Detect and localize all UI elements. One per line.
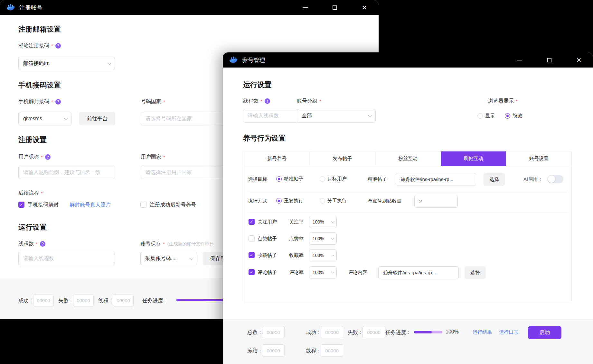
favorite-post-checkbox[interactable]: ✓ [249, 252, 255, 258]
tab-new-account[interactable]: 新号养号 [244, 151, 310, 166]
exec-split-radio[interactable]: 分工执行 [320, 198, 347, 204]
nickname-input[interactable]: 请输入昵称前缀，建议与国名一致 [18, 166, 115, 179]
behavior-settings-heading: 养号行为设置 [243, 133, 286, 143]
thread-count[interactable]: 00000 [113, 294, 134, 306]
threads-label: 线程数* ! [243, 98, 270, 105]
chevron-down-icon [368, 113, 372, 117]
app-logo-icon [6, 3, 15, 12]
phone-unlock-label: 手机解封接码* ? [18, 98, 61, 105]
per-account-count-input[interactable]: 2 [414, 195, 458, 208]
comment-content-input[interactable]: 鲸舟软件/ins-rpa/ins-rp... [378, 266, 459, 279]
register-settings-heading: 注册设置 [18, 135, 47, 145]
close-button[interactable]: ✕ [360, 3, 369, 12]
target-user-radio[interactable]: 目标用户 [320, 176, 347, 182]
precise-post-label: 精准帖子 [368, 176, 387, 182]
follow-user-label: 关注用户 [258, 219, 277, 225]
precise-post-input[interactable]: 鲸舟软件/ins-rpa/ins-rp... [396, 173, 476, 186]
comment-post-label: 评论帖子 [258, 269, 277, 276]
chevron-down-icon [331, 270, 334, 273]
choose-post-button[interactable]: 选择 [484, 173, 505, 186]
nickname-label: 用户昵称* ? [18, 154, 51, 160]
chevron-down-icon [331, 220, 334, 223]
tab-fan-interact[interactable]: 粉丝互动 [375, 151, 441, 166]
help-icon[interactable]: ? [45, 154, 51, 160]
group-select[interactable]: 全部 [297, 109, 376, 123]
threads-input[interactable]: 请输入线程数 [18, 252, 115, 265]
chevron-down-icon [107, 61, 111, 65]
nurture-footer: 总数： 00000 成功： 00000 失败： 00000 任务进度： 100%… [223, 319, 593, 364]
follow-rate-label: 关注率 [289, 219, 304, 225]
favorite-rate-label: 收藏率 [289, 252, 304, 259]
exec-repeat-radio[interactable]: 重复执行 [276, 198, 303, 204]
maximize-button[interactable] [545, 56, 554, 65]
ai-enable-label: AI启用： [523, 176, 542, 182]
fail-count[interactable]: 00000 [362, 326, 385, 338]
frozen-label: 冻结： [247, 348, 263, 354]
browser-display-label: 浏览器显示* [488, 98, 518, 105]
divider [248, 191, 568, 191]
ai-enable-toggle[interactable] [547, 175, 563, 183]
fail-label: 失败： [348, 329, 363, 336]
exec-mode-label: 执行方式 [248, 198, 267, 204]
app-logo-icon [229, 56, 238, 65]
tab-post-interact[interactable]: 刷帖互动 [441, 151, 506, 166]
comment-post-checkbox[interactable]: ✓ [249, 269, 255, 275]
choose-comment-button[interactable]: 选择 [465, 266, 486, 279]
user-country-label: 用户国家* [141, 154, 165, 160]
divider [248, 212, 568, 213]
phone-unlock-select[interactable]: givesms [18, 112, 71, 125]
tab-account-settings[interactable]: 账号设置 [506, 151, 571, 166]
comment-rate-select[interactable]: 100% [309, 266, 337, 278]
nurture-window: 养号管理 ✕ 运行设置 线程数* ! 账号分组* 浏览器显示* 请输入线程数 全… [223, 52, 593, 364]
run-log-link[interactable]: 运行日志 [499, 329, 518, 335]
phone-unlock-checkbox-label: 手机接码解封 [28, 202, 59, 208]
phone-unlock-checkbox[interactable]: ✓ [18, 202, 24, 208]
email-settings-heading: 注册邮箱设置 [18, 24, 61, 34]
close-button[interactable]: ✕ [574, 56, 583, 65]
goto-platform-button[interactable]: 前往平台 [79, 112, 115, 125]
total-label: 总数： [247, 329, 263, 336]
chevron-down-icon [331, 236, 334, 240]
help-icon[interactable]: ? [55, 43, 61, 49]
chevron-down-icon [189, 256, 193, 260]
follow-rate-select[interactable]: 100% [309, 216, 337, 228]
flow-label: 后续流程* [18, 190, 43, 196]
success-count[interactable]: 00000 [33, 294, 54, 306]
email-code-label: 邮箱注册接码* ? [18, 42, 61, 49]
success-count[interactable]: 00000 [321, 326, 343, 338]
browser-show-radio[interactable]: 显示 [477, 113, 495, 119]
target-precise-radio[interactable]: 精准帖子 [276, 176, 303, 182]
run-settings-heading: 运行设置 [18, 223, 47, 232]
minimize-button[interactable] [515, 56, 524, 65]
info-icon[interactable]: ! [265, 98, 270, 104]
per-account-count-label: 单账号刷贴数量 [368, 198, 401, 204]
phone-settings-heading: 手机接码设置 [18, 80, 61, 90]
fail-count[interactable]: 00000 [73, 294, 94, 306]
help-icon[interactable]: ? [40, 241, 45, 247]
follow-user-checkbox[interactable]: ✓ [249, 219, 255, 225]
minimize-button[interactable] [301, 3, 310, 12]
thread-label: 线程： [98, 297, 114, 304]
like-rate-select[interactable]: 100% [309, 232, 337, 245]
real-photo-link[interactable]: 解封账号真人照片 [70, 202, 111, 208]
thread-count[interactable]: 00000 [321, 344, 343, 357]
total-count[interactable]: 00000 [262, 326, 285, 338]
nurture-window-title: 养号管理 [242, 56, 265, 64]
favorite-rate-select[interactable]: 100% [309, 249, 337, 261]
maximize-button[interactable] [330, 3, 339, 12]
email-code-select[interactable]: 邮箱接码tm [18, 57, 115, 70]
nurture-after-register-checkbox[interactable] [140, 202, 146, 208]
run-result-link[interactable]: 运行结果 [473, 329, 492, 335]
like-rate-label: 点赞率 [289, 236, 304, 242]
chevron-down-icon [64, 116, 68, 120]
comment-rate-label: 评论率 [289, 269, 304, 276]
browser-hide-radio[interactable]: 隐藏 [505, 113, 522, 119]
behavior-tabs: 新号养号 发布帖子 粉丝互动 刷帖互动 账号设置 [244, 151, 572, 166]
frozen-count[interactable]: 00000 [262, 344, 285, 357]
like-post-checkbox[interactable] [249, 235, 255, 241]
start-button[interactable]: 启动 [528, 326, 561, 339]
help-icon[interactable]: ? [55, 99, 61, 105]
target-label: 选择目标 [248, 176, 267, 182]
account-save-select[interactable]: 采集账号/本... [140, 252, 197, 265]
tab-publish-post[interactable]: 发布帖子 [310, 151, 375, 166]
